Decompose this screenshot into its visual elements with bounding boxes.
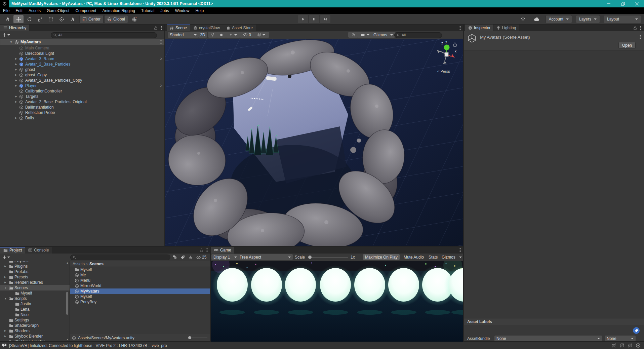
project-tree-item-shadergraph[interactable]: ShaderGraph <box>0 323 70 328</box>
thumbnail-size-slider[interactable] <box>188 336 207 339</box>
menu-animation-rigging[interactable]: Animation Rigging <box>99 7 138 14</box>
hierarchy-item-balls[interactable]: ▶Balls <box>0 115 164 121</box>
hierarchy-item-directional-light[interactable]: Directional Light <box>0 51 164 56</box>
tab-hierarchy[interactable]: Hierarchy <box>0 25 29 31</box>
project-tree-item-justin[interactable]: Justin <box>0 301 70 307</box>
expand-arrow-icon[interactable]: ▶ <box>4 329 6 332</box>
tab-inspector[interactable]: Inspector <box>465 25 493 31</box>
expand-arrow-icon[interactable]: ▶ <box>4 335 6 338</box>
hierarchy-item-player[interactable]: ▶Player> <box>0 83 164 88</box>
menu-component[interactable]: Component <box>72 7 99 14</box>
game-viewport[interactable] <box>211 261 463 342</box>
expand-arrow-icon[interactable]: ▶ <box>14 74 18 76</box>
tree-scrollbar[interactable]: ▲ ▼ <box>66 261 69 341</box>
breadcrumb-assets[interactable]: Assets <box>73 262 85 266</box>
scene-audio-toggle[interactable] <box>216 32 227 38</box>
prefab-open-chevron[interactable]: > <box>160 83 162 88</box>
pivot-mode-button[interactable]: Center <box>79 15 104 23</box>
scene-effects-dropdown[interactable] <box>226 32 240 38</box>
debugger-disabled-icon[interactable] <box>611 343 616 348</box>
scale-slider[interactable] <box>308 256 348 259</box>
expand-arrow-icon[interactable]: ▼ <box>4 298 7 300</box>
project-file-myself[interactable]: Myself <box>70 267 210 272</box>
project-tree-item-lena[interactable]: Lena <box>0 307 70 312</box>
gizmos-dropdown[interactable]: Gizmos <box>371 32 395 38</box>
hierarchy-item-avatar-2-base-particles[interactable]: ▶Avatar_2_Base_Particles <box>0 62 164 67</box>
expand-arrow-icon[interactable]: ▶ <box>14 68 18 71</box>
hierarchy-item-main-camera[interactable]: Main Camera <box>0 45 164 51</box>
mute-audio-toggle[interactable]: Mute Audio <box>402 254 426 260</box>
stats-toggle[interactable]: Stats <box>427 254 440 260</box>
kebab-menu-icon[interactable] <box>459 26 461 30</box>
scene-viewport[interactable]: z y x < Persp <box>165 39 463 246</box>
hierarchy-item-avatar-2-base-particles-copy[interactable]: ▶Avatar_2_Base_Particles_Copy <box>0 78 164 83</box>
collapse-arrow-icon[interactable]: ▼ <box>10 41 12 44</box>
assetbundle-dropdown[interactable]: None <box>494 336 602 341</box>
auto-refresh-disabled-icon[interactable] <box>628 343 633 348</box>
hierarchy-item-avatar-3-raum[interactable]: ▶Avatar_3_Raum> <box>0 56 164 62</box>
layout-dropdown[interactable]: Layout <box>604 15 641 23</box>
project-tree-item-scenes[interactable]: ▼Scenes <box>0 285 70 290</box>
hierarchy-item-ballinstantiation[interactable]: BallInstantiation <box>0 105 164 110</box>
scrollbar-thumb[interactable] <box>66 292 68 315</box>
project-search-input[interactable] <box>70 255 170 260</box>
create-add-button[interactable] <box>2 255 10 259</box>
tab-game[interactable]: Game <box>211 247 234 254</box>
cache-disabled-icon[interactable] <box>619 343 625 348</box>
minimize-button[interactable] <box>602 0 616 7</box>
project-tree-item-physics[interactable]: Physics <box>0 261 70 264</box>
expand-arrow-icon[interactable]: ▼ <box>4 341 7 342</box>
project-tree-item-presets[interactable]: ▶Presets <box>0 274 70 280</box>
collab-progress-icon[interactable] <box>518 15 528 23</box>
display-dropdown[interactable]: Display 1 <box>211 254 239 260</box>
game-gizmos-dropdown[interactable]: Gizmos <box>440 254 464 260</box>
project-file-menu[interactable]: Menu <box>70 278 210 283</box>
play-button[interactable] <box>298 15 308 23</box>
lock-icon[interactable] <box>200 248 203 253</box>
lock-icon[interactable] <box>633 26 637 30</box>
maximize-on-play-toggle[interactable]: Maximize On Play <box>363 254 400 260</box>
project-file-ponyboy[interactable]: PonyBoy <box>70 299 210 305</box>
kebab-menu-icon[interactable] <box>160 40 162 44</box>
hierarchy-item-ghost[interactable]: ▶ghost <box>0 67 164 72</box>
project-tree-item-skybox-blender[interactable]: ▶Skybox Blender <box>0 334 70 339</box>
menu-jobs[interactable]: Jobs <box>157 7 172 14</box>
kebab-menu-icon[interactable] <box>640 26 641 30</box>
hidden-count-toggle[interactable]: 25 <box>196 255 206 260</box>
restore-button[interactable] <box>616 0 630 7</box>
tab-asset-store[interactable]: Asset Store <box>223 25 256 31</box>
expand-arrow-icon[interactable]: ▼ <box>4 287 7 289</box>
project-tree-item-scripts[interactable]: ▼Scripts <box>0 296 70 301</box>
project-file-me[interactable]: Me <box>70 272 210 278</box>
scene-lighting-toggle[interactable] <box>208 32 217 38</box>
project-tree-item-prefabs[interactable]: Prefabs <box>0 269 70 274</box>
hierarchy-item-avatar-2-base-particles-original[interactable]: ▶Avatar_2_Base_Particles_Original <box>0 99 164 105</box>
search-by-label-icon[interactable] <box>180 255 185 260</box>
slider-track[interactable] <box>312 257 348 258</box>
rotation-mode-button[interactable]: Global <box>104 15 128 23</box>
tab-project[interactable]: Project <box>0 247 25 254</box>
grid-snapping-button[interactable] <box>129 15 139 23</box>
breadcrumb-scenes[interactable]: Scenes <box>89 262 104 266</box>
2d-toggle-button[interactable]: 2D <box>198 32 207 38</box>
project-tree-item-settings[interactable]: Settings <box>0 317 70 323</box>
slider-knob[interactable] <box>188 336 191 339</box>
scene-header-row[interactable]: ▼ MyAvatars <box>0 39 164 45</box>
expand-arrow-icon[interactable]: ▶ <box>14 117 18 119</box>
expand-arrow-icon[interactable]: ▶ <box>4 281 6 284</box>
expand-arrow-icon[interactable]: ▶ <box>14 84 18 87</box>
expand-arrow-icon[interactable]: ▶ <box>14 101 18 103</box>
project-tree-item-nico[interactable]: Nico <box>0 312 70 317</box>
hand-tool-button[interactable] <box>3 15 13 23</box>
expand-arrow-icon[interactable]: ▶ <box>14 79 18 82</box>
favorites-star-icon[interactable] <box>188 255 193 260</box>
move-tool-button[interactable] <box>13 15 24 23</box>
kebab-menu-icon[interactable] <box>640 35 641 39</box>
statusbar[interactable]: [SteamVR] Initialized. Connected to ligh… <box>0 342 644 349</box>
pause-button[interactable] <box>309 15 319 23</box>
menu-assets[interactable]: Assets <box>26 7 44 14</box>
search-by-type-icon[interactable] <box>172 255 177 260</box>
open-button[interactable]: Open <box>618 42 636 49</box>
project-tree-item-rendertextures[interactable]: ▶RenderTextures <box>0 280 70 285</box>
layers-dropdown[interactable]: Layers <box>576 15 600 23</box>
